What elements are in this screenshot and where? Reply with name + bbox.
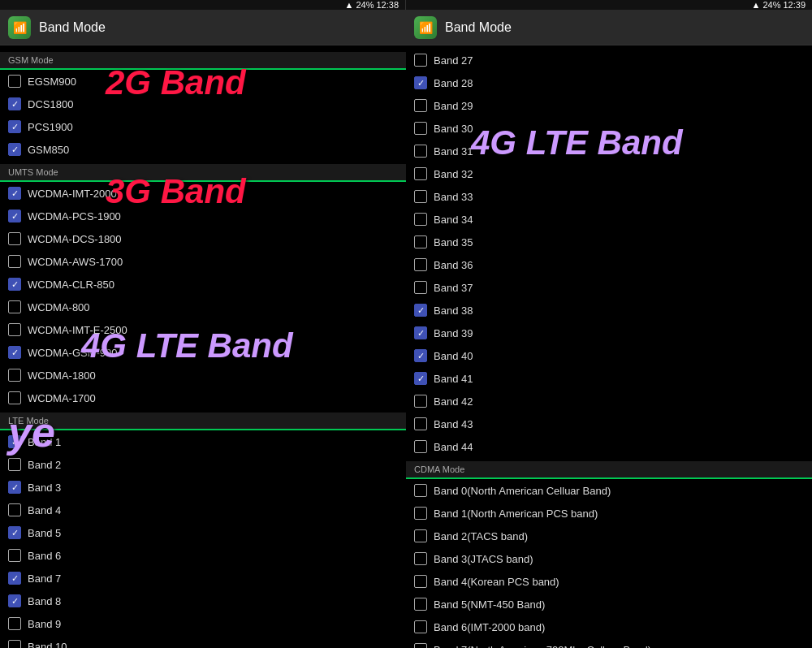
egsm900-checkbox[interactable]: [8, 75, 21, 88]
cdma-band0-checkbox[interactable]: [414, 484, 427, 497]
band35-checkbox[interactable]: [414, 235, 427, 248]
list-item[interactable]: Band 4: [0, 499, 406, 521]
list-item[interactable]: Band 7(North American 700Mhz Celluar Ban…: [406, 638, 812, 648]
band3-checkbox[interactable]: [8, 481, 21, 494]
band43-checkbox[interactable]: [414, 417, 427, 430]
list-item[interactable]: Band 5(NMT-450 Band): [406, 593, 812, 616]
list-item[interactable]: GSM850: [0, 138, 406, 161]
list-item[interactable]: Band 0(North American Celluar Band): [406, 479, 812, 502]
list-item[interactable]: Band 41: [406, 367, 812, 390]
wcdma-dcs1800-checkbox[interactable]: [8, 232, 21, 245]
band32-checkbox[interactable]: [414, 167, 427, 180]
list-item[interactable]: Band 44: [406, 435, 812, 458]
list-item[interactable]: WCDMA-IMT-2000: [0, 182, 406, 205]
band28-checkbox[interactable]: [414, 76, 427, 89]
wcdma-imte2500-checkbox[interactable]: [8, 323, 21, 336]
list-item[interactable]: Band 43: [406, 413, 812, 435]
list-item[interactable]: WCDMA-IMT-E-2500: [0, 318, 406, 341]
list-item[interactable]: DCS1800: [0, 93, 406, 115]
list-item[interactable]: Band 37: [406, 276, 812, 299]
list-item[interactable]: Band 38: [406, 299, 812, 322]
list-item[interactable]: Band 1(North American PCS band): [406, 502, 812, 525]
list-item[interactable]: Band 2(TACS band): [406, 525, 812, 547]
list-item[interactable]: Band 5: [0, 521, 406, 544]
band30-checkbox[interactable]: [414, 122, 427, 135]
list-item[interactable]: Band 3(JTACS band): [406, 547, 812, 570]
band33-checkbox[interactable]: [414, 190, 427, 203]
list-item[interactable]: Band 1: [0, 430, 406, 453]
list-item[interactable]: Band 7: [0, 567, 406, 590]
list-item[interactable]: Band 4(Korean PCS band): [406, 570, 812, 593]
list-item[interactable]: Band 36: [406, 253, 812, 276]
list-item[interactable]: WCDMA-GSM-900: [0, 341, 406, 364]
band9-checkbox[interactable]: [8, 617, 21, 630]
list-item[interactable]: WCDMA-1800: [0, 364, 406, 387]
wcdma-1700-checkbox[interactable]: [8, 391, 21, 404]
band31-checkbox[interactable]: [414, 145, 427, 158]
cdma-band3-checkbox[interactable]: [414, 552, 427, 565]
list-item[interactable]: EGSM900: [0, 70, 406, 93]
band27-checkbox[interactable]: [414, 54, 427, 67]
list-item[interactable]: Band 6: [0, 544, 406, 567]
band36-checkbox[interactable]: [414, 258, 427, 271]
band37-checkbox[interactable]: [414, 281, 427, 294]
band38-checkbox[interactable]: [414, 304, 427, 317]
list-item[interactable]: Band 33: [406, 185, 812, 208]
list-item[interactable]: Band 28: [406, 71, 812, 94]
list-item[interactable]: Band 29: [406, 94, 812, 117]
band6-checkbox[interactable]: [8, 549, 21, 562]
left-content[interactable]: GSM Mode EGSM900 DCS1800 PCS1900 GSM850 …: [0, 45, 406, 648]
wcdma-clr850-checkbox[interactable]: [8, 278, 21, 291]
list-item[interactable]: Band 2: [0, 453, 406, 476]
cdma-band1-checkbox[interactable]: [414, 507, 427, 520]
band8-checkbox[interactable]: [8, 594, 21, 607]
band39-checkbox[interactable]: [414, 326, 427, 339]
band10-checkbox[interactable]: [8, 640, 21, 648]
list-item[interactable]: Band 31: [406, 140, 812, 162]
wcdma-1800-checkbox[interactable]: [8, 369, 21, 382]
list-item[interactable]: Band 10: [0, 635, 406, 648]
band41-checkbox[interactable]: [414, 372, 427, 385]
list-item[interactable]: Band 42: [406, 390, 812, 413]
band5-checkbox[interactable]: [8, 526, 21, 539]
cdma-band7-checkbox[interactable]: [414, 643, 427, 648]
list-item[interactable]: WCDMA-CLR-850: [0, 273, 406, 296]
list-item[interactable]: WCDMA-PCS-1900: [0, 205, 406, 227]
list-item[interactable]: Band 32: [406, 162, 812, 185]
band40-checkbox[interactable]: [414, 349, 427, 362]
list-item[interactable]: Band 27: [406, 49, 812, 71]
cdma-band5-checkbox[interactable]: [414, 598, 427, 611]
list-item[interactable]: WCDMA-1700: [0, 387, 406, 409]
right-content[interactable]: Band 27 Band 28 Band 29 Band 30 Band 31 …: [406, 45, 812, 648]
band4-checkbox[interactable]: [8, 503, 21, 516]
list-item[interactable]: Band 34: [406, 208, 812, 231]
list-item[interactable]: Band 8: [0, 590, 406, 612]
wcdma-imt2000-checkbox[interactable]: [8, 187, 21, 200]
wcdma-pcs1900-checkbox[interactable]: [8, 210, 21, 222]
band44-checkbox[interactable]: [414, 440, 427, 453]
cdma-band4-checkbox[interactable]: [414, 575, 427, 588]
pcs1900-checkbox[interactable]: [8, 120, 21, 133]
list-item[interactable]: WCDMA-800: [0, 296, 406, 318]
band1-checkbox[interactable]: [8, 435, 21, 448]
list-item[interactable]: Band 35: [406, 231, 812, 253]
cdma-band6-checkbox[interactable]: [414, 620, 427, 633]
list-item[interactable]: Band 3: [0, 476, 406, 499]
list-item[interactable]: Band 39: [406, 322, 812, 344]
list-item[interactable]: Band 6(IMT-2000 band): [406, 616, 812, 638]
band2-checkbox[interactable]: [8, 458, 21, 471]
list-item[interactable]: WCDMA-AWS-1700: [0, 250, 406, 273]
list-item[interactable]: Band 9: [0, 612, 406, 635]
list-item[interactable]: Band 30: [406, 117, 812, 140]
band34-checkbox[interactable]: [414, 213, 427, 226]
band29-checkbox[interactable]: [414, 99, 427, 112]
wcdma-gsm900-checkbox[interactable]: [8, 346, 21, 359]
gsm850-checkbox[interactable]: [8, 143, 21, 156]
list-item[interactable]: Band 40: [406, 344, 812, 367]
band7-checkbox[interactable]: [8, 572, 21, 585]
wcdma-aws1700-checkbox[interactable]: [8, 255, 21, 268]
wcdma-800-checkbox[interactable]: [8, 300, 21, 313]
dcs1800-checkbox[interactable]: [8, 97, 21, 110]
list-item[interactable]: WCDMA-DCS-1800: [0, 227, 406, 250]
cdma-band2-checkbox[interactable]: [414, 529, 427, 542]
